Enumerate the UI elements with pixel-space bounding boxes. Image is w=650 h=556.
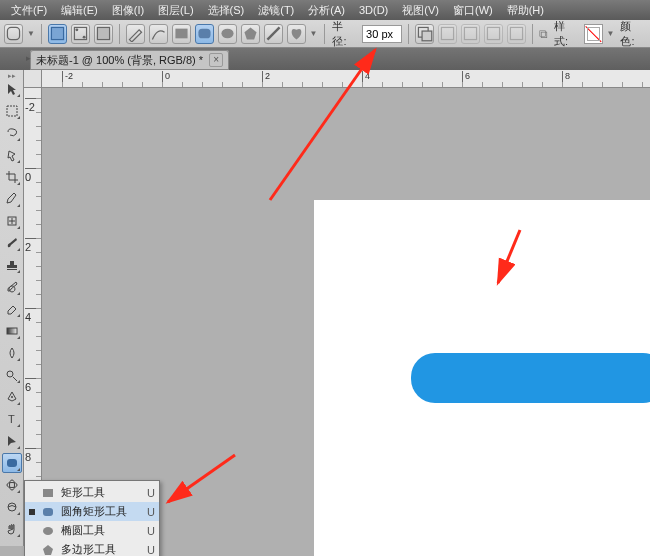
- rect-shape-icon[interactable]: [172, 24, 191, 44]
- flyout-ellipse-tool[interactable]: 椭圆工具 U: [25, 521, 159, 540]
- pen-icon[interactable]: [126, 24, 145, 44]
- flyout-polygon-tool[interactable]: 多边形工具 U: [25, 540, 159, 556]
- menu-view[interactable]: 视图(V): [395, 1, 446, 20]
- crop-tool[interactable]: [2, 167, 22, 187]
- line-shape-icon[interactable]: [264, 24, 283, 44]
- separator: [532, 24, 533, 44]
- svg-point-29: [8, 503, 16, 511]
- move-tool[interactable]: [2, 79, 22, 99]
- flyout-rounded-rect-tool[interactable]: 圆角矩形工具 U: [25, 502, 159, 521]
- ruler-tick: 2: [262, 71, 270, 87]
- selected-dot: [29, 528, 35, 534]
- marquee-tool[interactable]: [2, 101, 22, 121]
- menu-window[interactable]: 窗口(W): [446, 1, 500, 20]
- eyedropper-tool[interactable]: [2, 189, 22, 209]
- custom-shape-icon[interactable]: [287, 24, 306, 44]
- document-tab[interactable]: 未标题-1 @ 100% (背景, RGB/8) * ×: [30, 50, 229, 70]
- rounded-rect-shape-icon[interactable]: [195, 24, 214, 44]
- shape-tool[interactable]: [2, 453, 22, 473]
- collapse-handle[interactable]: ▸: [24, 48, 32, 68]
- freeform-pen-icon[interactable]: [149, 24, 168, 44]
- ruler-tick: 4: [25, 308, 41, 323]
- document-tab-bar: 未标题-1 @ 100% (背景, RGB/8) * ×: [0, 48, 650, 70]
- type-tool[interactable]: T: [2, 409, 22, 429]
- svg-rect-1: [51, 27, 63, 39]
- hand-tool[interactable]: [2, 519, 22, 539]
- flyout-label: 多边形工具: [61, 542, 141, 556]
- polygon-shape-icon[interactable]: [241, 24, 260, 44]
- menu-help[interactable]: 帮助(H): [500, 1, 551, 20]
- menu-layer[interactable]: 图层(L): [151, 1, 200, 20]
- svg-rect-21: [7, 328, 17, 334]
- path-exclude-icon[interactable]: [507, 24, 526, 44]
- menu-analysis[interactable]: 分析(A): [301, 1, 352, 20]
- path-new-icon[interactable]: [415, 24, 434, 44]
- mode-shape-layers[interactable]: [48, 24, 67, 44]
- history-brush-tool[interactable]: [2, 277, 22, 297]
- ruler-tick: 6: [25, 378, 41, 393]
- menu-3d[interactable]: 3D(D): [352, 2, 395, 18]
- svg-point-32: [43, 527, 53, 535]
- polygon-icon: [41, 543, 55, 557]
- brush-tool[interactable]: [2, 233, 22, 253]
- tool-preset-picker[interactable]: [4, 24, 23, 44]
- healing-tool[interactable]: [2, 211, 22, 231]
- svg-point-4: [83, 36, 86, 39]
- flyout-label: 矩形工具: [61, 485, 141, 500]
- shape-tool-flyout: 矩形工具 U 圆角矩形工具 U 椭圆工具 U 多边形工具 U: [24, 480, 160, 556]
- style-swatch[interactable]: [584, 24, 603, 44]
- menu-image[interactable]: 图像(I): [105, 1, 151, 20]
- ruler-origin[interactable]: [24, 70, 42, 88]
- svg-point-28: [9, 480, 14, 490]
- radius-input[interactable]: [362, 25, 402, 43]
- selected-dot: [29, 490, 35, 496]
- pen-tool[interactable]: [2, 387, 22, 407]
- stamp-tool[interactable]: [2, 255, 22, 275]
- path-add-icon[interactable]: [438, 24, 457, 44]
- lasso-tool[interactable]: [2, 123, 22, 143]
- svg-rect-6: [175, 29, 187, 39]
- svg-rect-15: [487, 27, 499, 39]
- options-bar: ▼ ▼ 半径: ⧉ 样式: ▼ 颜色:: [0, 20, 650, 48]
- menu-bar: 文件(F) 编辑(E) 图像(I) 图层(L) 选择(S) 滤镜(T) 分析(A…: [0, 0, 650, 20]
- menu-filter[interactable]: 滤镜(T): [251, 1, 301, 20]
- ruler-tick: 6: [462, 71, 470, 87]
- ruler-tick: 0: [162, 71, 170, 87]
- separator: [408, 24, 409, 44]
- horizontal-ruler[interactable]: -2 0 2 4 6 8: [42, 70, 650, 88]
- mode-paths[interactable]: [71, 24, 90, 44]
- tab-close-button[interactable]: ×: [209, 53, 223, 67]
- menu-select[interactable]: 选择(S): [201, 1, 252, 20]
- path-subtract-icon[interactable]: [461, 24, 480, 44]
- quick-select-tool[interactable]: [2, 145, 22, 165]
- svg-rect-13: [441, 27, 453, 39]
- 3d-rotate-tool[interactable]: [2, 475, 22, 495]
- rounded-rect-icon: [41, 505, 55, 519]
- svg-rect-14: [464, 27, 476, 39]
- flyout-rect-tool[interactable]: 矩形工具 U: [25, 483, 159, 502]
- document-canvas[interactable]: [314, 200, 650, 556]
- ruler-tick: -2: [25, 98, 41, 113]
- dodge-tool[interactable]: [2, 365, 22, 385]
- svg-rect-7: [198, 29, 210, 39]
- svg-marker-33: [43, 545, 53, 555]
- 3d-orbit-tool[interactable]: [2, 497, 22, 517]
- mode-fill-pixels[interactable]: [94, 24, 113, 44]
- path-select-tool[interactable]: [2, 431, 22, 451]
- ellipse-shape-icon[interactable]: [218, 24, 237, 44]
- blur-tool[interactable]: [2, 343, 22, 363]
- color-label: 颜色:: [620, 19, 644, 49]
- rounded-rect-shape[interactable]: [411, 353, 650, 403]
- eraser-tool[interactable]: [2, 299, 22, 319]
- style-label: 样式:: [554, 19, 578, 49]
- toolbox: ▸▸ T: [0, 70, 24, 546]
- path-intersect-icon[interactable]: [484, 24, 503, 44]
- ruler-tick: 4: [362, 71, 370, 87]
- flyout-shortcut: U: [147, 525, 155, 537]
- flyout-label: 椭圆工具: [61, 523, 141, 538]
- menu-edit[interactable]: 编辑(E): [54, 1, 105, 20]
- svg-rect-30: [43, 489, 53, 497]
- selected-dot: [29, 509, 35, 515]
- menu-file[interactable]: 文件(F): [4, 1, 54, 20]
- gradient-tool[interactable]: [2, 321, 22, 341]
